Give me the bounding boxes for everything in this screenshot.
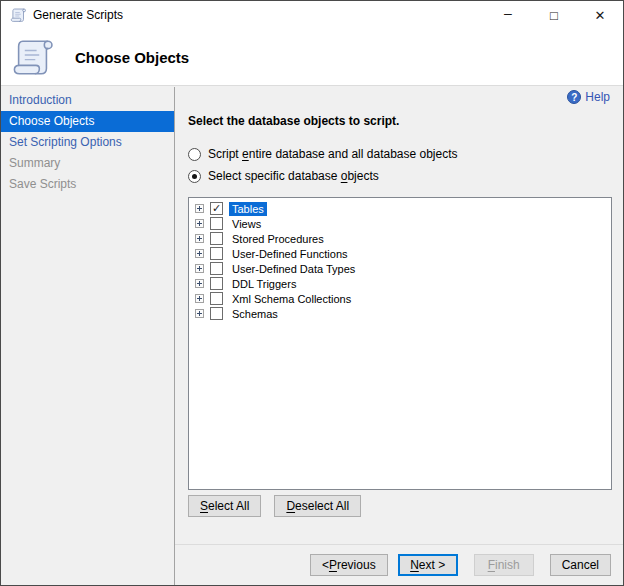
expand-plus-icon[interactable]	[195, 204, 204, 213]
window-controls: – □ ✕	[485, 1, 623, 29]
tree-item-xml-schema-collections[interactable]: Xml Schema Collections	[189, 291, 611, 306]
database-objects-tree: Tables Views Stored Procedures User-Defi…	[188, 197, 612, 490]
tree-item-user-defined-data-types[interactable]: User-Defined Data Types	[189, 261, 611, 276]
script-scroll-icon	[10, 7, 26, 23]
expand-plus-icon[interactable]	[195, 309, 204, 318]
checkbox[interactable]	[210, 217, 223, 230]
help-label: Help	[585, 90, 610, 104]
wizard-content: ? Help Select the database objects to sc…	[175, 87, 623, 585]
sidebar-item-introduction[interactable]: Introduction	[1, 90, 174, 111]
help-icon: ?	[567, 90, 581, 104]
tree-item-ddl-triggers[interactable]: DDL Triggers	[189, 276, 611, 291]
generate-scripts-window: Generate Scripts – □ ✕ Choose Objects In…	[0, 0, 624, 586]
tree-item-user-defined-functions[interactable]: User-Defined Functions	[189, 246, 611, 261]
tree-item-tables[interactable]: Tables	[189, 201, 611, 216]
checkbox[interactable]	[210, 277, 223, 290]
tree-actions: Select All Deselect All	[188, 495, 623, 517]
finish-button: Finish	[474, 554, 534, 576]
checkbox[interactable]	[210, 247, 223, 260]
help-link[interactable]: ? Help	[567, 90, 610, 104]
sidebar-item-set-scripting-options[interactable]: Set Scripting Options	[1, 132, 174, 153]
cancel-button[interactable]: Cancel	[550, 554, 611, 576]
wizard-header: Choose Objects	[1, 29, 623, 86]
tree-item-views[interactable]: Views	[189, 216, 611, 231]
radio-icon	[188, 170, 201, 183]
radio-icon	[188, 148, 201, 161]
wizard-body: Introduction Choose Objects Set Scriptin…	[1, 87, 623, 585]
close-button[interactable]: ✕	[577, 1, 623, 29]
titlebar: Generate Scripts – □ ✕	[1, 1, 623, 29]
radio-label: Select specific database objects	[208, 169, 379, 183]
sidebar-item-summary: Summary	[1, 153, 174, 174]
wizard-footer: < Previous Next > Finish Cancel	[175, 544, 623, 585]
checkbox[interactable]	[210, 262, 223, 275]
script-scroll-icon	[10, 36, 54, 78]
section-heading: Select the database objects to script.	[188, 114, 623, 128]
checkbox[interactable]	[210, 202, 223, 215]
expand-plus-icon[interactable]	[195, 234, 204, 243]
tree-item-schemas[interactable]: Schemas	[189, 306, 611, 321]
window-title: Generate Scripts	[33, 8, 485, 22]
expand-plus-icon[interactable]	[195, 264, 204, 273]
wizard-steps-sidebar: Introduction Choose Objects Set Scriptin…	[1, 87, 175, 585]
expand-plus-icon[interactable]	[195, 279, 204, 288]
select-all-button[interactable]: Select All	[188, 495, 261, 517]
deselect-all-button[interactable]: Deselect All	[274, 495, 361, 517]
expand-plus-icon[interactable]	[195, 249, 204, 258]
previous-button[interactable]: < Previous	[310, 554, 388, 576]
next-button[interactable]: Next >	[398, 554, 458, 576]
page-title: Choose Objects	[75, 49, 189, 66]
tree-item-stored-procedures[interactable]: Stored Procedures	[189, 231, 611, 246]
checkbox[interactable]	[210, 307, 223, 320]
expand-plus-icon[interactable]	[195, 219, 204, 228]
maximize-button[interactable]: □	[531, 1, 577, 29]
sidebar-item-save-scripts: Save Scripts	[1, 174, 174, 195]
checkbox[interactable]	[210, 292, 223, 305]
sidebar-item-choose-objects[interactable]: Choose Objects	[1, 111, 174, 132]
radio-label: Script entire database and all database …	[208, 147, 458, 161]
radio-select-specific-objects[interactable]: Select specific database objects	[188, 169, 623, 183]
checkbox[interactable]	[210, 232, 223, 245]
minimize-button[interactable]: –	[485, 1, 531, 29]
radio-script-entire-database[interactable]: Script entire database and all database …	[188, 147, 623, 161]
expand-plus-icon[interactable]	[195, 294, 204, 303]
